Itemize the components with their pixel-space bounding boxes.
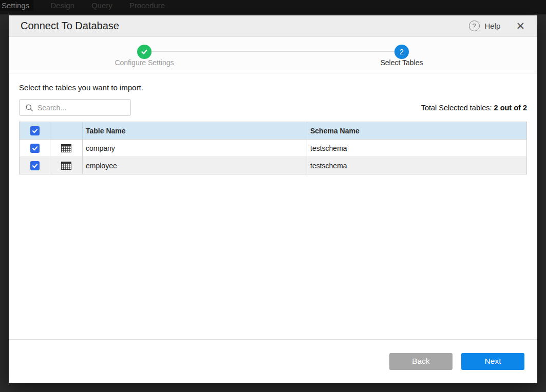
help-button[interactable]: ? Help bbox=[469, 21, 501, 31]
connect-to-database-dialog: Connect To Database ? Help ✕ 2 Configure… bbox=[9, 15, 537, 383]
step-1-completed-check-icon[interactable] bbox=[137, 45, 152, 59]
stepper-connector-line bbox=[152, 51, 394, 52]
selected-tables-summary: Total Selected tables: 2 out of 2 bbox=[421, 104, 527, 112]
select-all-checkbox[interactable] bbox=[30, 126, 40, 135]
help-icon: ? bbox=[469, 21, 480, 31]
table-grid-icon bbox=[61, 144, 71, 152]
selected-tables-summary-value: 2 out of 2 bbox=[494, 104, 527, 112]
dialog-header: Connect To Database ? Help ✕ bbox=[9, 15, 537, 37]
table-grid-icon bbox=[61, 162, 71, 170]
search-row: Total Selected tables: 2 out of 2 bbox=[19, 99, 527, 116]
dialog-body: Select the tables you want to import. To… bbox=[9, 73, 537, 339]
column-header-schema-name[interactable]: Schema Name bbox=[307, 122, 527, 140]
table-header-row: Table Name Schema Name bbox=[20, 122, 527, 140]
schema-name-cell: testschema bbox=[307, 157, 527, 174]
table-name-cell: employee bbox=[83, 157, 307, 174]
instruction-text: Select the tables you want to import. bbox=[19, 83, 527, 92]
table-row[interactable]: company testschema bbox=[20, 140, 527, 157]
step-1-label: Configure Settings bbox=[93, 58, 196, 67]
schema-name-cell: testschema bbox=[307, 140, 527, 157]
next-button[interactable]: Next bbox=[461, 353, 524, 370]
background-tab-procedure[interactable]: Procedure bbox=[129, 0, 165, 11]
tables-list: Table Name Schema Name bbox=[19, 122, 527, 174]
table-row[interactable]: employee testschema bbox=[20, 157, 527, 174]
background-tab-design[interactable]: Design bbox=[50, 0, 74, 11]
step-2-label: Select Tables bbox=[350, 58, 453, 67]
help-label: Help bbox=[485, 22, 501, 30]
column-header-table-name[interactable]: Table Name bbox=[83, 122, 307, 140]
search-input[interactable] bbox=[37, 104, 120, 112]
dialog-footer: Back Next bbox=[9, 339, 537, 383]
search-field[interactable] bbox=[19, 99, 131, 116]
back-button[interactable]: Back bbox=[389, 353, 453, 370]
step-2-number-badge[interactable]: 2 bbox=[394, 45, 409, 59]
background-tab-settings[interactable]: Settings bbox=[0, 0, 33, 11]
search-icon bbox=[25, 104, 33, 112]
row-checkbox[interactable] bbox=[30, 144, 40, 153]
wizard-stepper: 2 Configure Settings Select Tables bbox=[9, 37, 537, 73]
background-tab-query[interactable]: Query bbox=[91, 0, 112, 11]
row-checkbox[interactable] bbox=[30, 161, 40, 170]
close-icon[interactable]: ✕ bbox=[516, 21, 525, 31]
selected-tables-summary-label: Total Selected tables: bbox=[421, 104, 494, 112]
table-name-cell: company bbox=[83, 140, 307, 157]
dialog-title: Connect To Database bbox=[21, 20, 469, 32]
background-tab-bar: Settings Design Query Procedure bbox=[0, 0, 546, 14]
